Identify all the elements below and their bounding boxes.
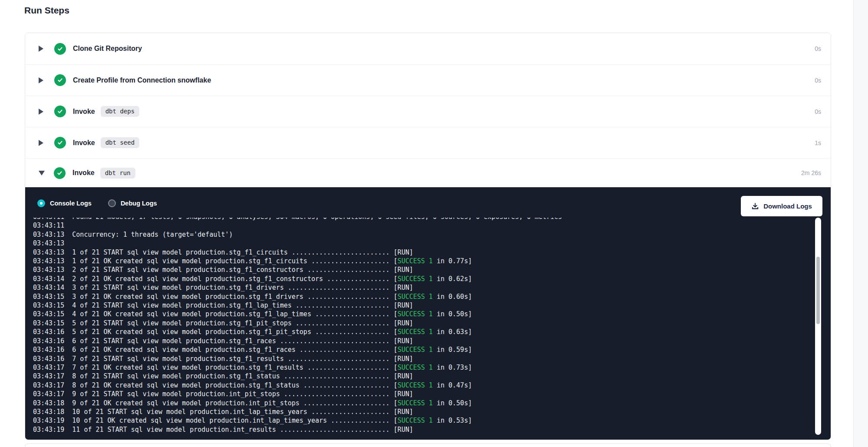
log-line: 03:43:13 1 of 21 START sql view model pr…: [33, 248, 811, 257]
chevron-right-icon[interactable]: [39, 77, 43, 83]
step-duration: 2m 26s: [801, 169, 821, 176]
log-line: 03:43:18 9 of 21 OK created sql view mod…: [33, 399, 811, 407]
log-line: 03:43:15 5 of 21 START sql view model pr…: [33, 319, 811, 328]
step-duration: 1s: [815, 139, 821, 146]
step-label: Invoke: [73, 139, 95, 147]
step-duration: 0s: [815, 108, 821, 115]
page-title: Run Steps: [24, 5, 69, 16]
log-tab-label: Debug Logs: [121, 200, 157, 207]
log-tabs: Console Logs Debug Logs: [37, 199, 157, 207]
log-line: 03:43:19 11 of 21 START sql view model p…: [33, 425, 811, 434]
log-line: 03:43:18 10 of 21 START sql view model p…: [33, 407, 811, 416]
download-logs-button[interactable]: Download Logs: [741, 196, 822, 216]
command-badge: dbt deps: [101, 106, 139, 117]
step-row-clone-git-repository[interactable]: Clone Git Repository 0s: [25, 33, 831, 64]
log-line: 03:43:17 8 of 21 OK created sql view mod…: [33, 381, 811, 390]
success-check-icon: [54, 106, 66, 117]
log-line: 03:43:15 4 of 21 OK created sql view mod…: [33, 310, 811, 318]
download-icon: [751, 202, 759, 210]
log-line: 03:43:15 4 of 21 START sql view model pr…: [33, 301, 811, 310]
chevron-right-icon[interactable]: [39, 140, 43, 146]
log-tab[interactable]: Debug Logs: [108, 199, 157, 207]
log-tab-label: Console Logs: [50, 200, 92, 207]
run-steps-page: Run Steps Clone Git Repository 0s Create…: [0, 0, 868, 447]
chevron-right-icon[interactable]: [39, 46, 43, 52]
step-label: Clone Git Repository: [73, 45, 142, 53]
log-line: 03:43:13 1 of 21 OK created sql view mod…: [33, 257, 811, 265]
console-log[interactable]: 03:43:11 Found 21 models, 17 tests, 0 sn…: [33, 218, 811, 440]
log-line: 03:43:13 2 of 21 START sql view model pr…: [33, 265, 811, 274]
console-log-lines: 03:43:11 Found 21 models, 17 tests, 0 sn…: [33, 218, 811, 434]
log-line: 03:43:19 10 of 21 OK created sql view mo…: [33, 416, 811, 425]
chevron-down-icon[interactable]: [39, 171, 45, 175]
run-steps-card: Clone Git Repository 0s Create Profile f…: [25, 33, 831, 440]
log-line: 03:43:17 8 of 21 START sql view model pr…: [33, 372, 811, 381]
success-check-icon: [54, 167, 66, 179]
log-line: 03:43:11: [33, 221, 811, 230]
log-line: 03:43:17 7 of 21 OK created sql view mod…: [33, 363, 811, 372]
success-check-icon: [54, 137, 66, 149]
log-line: 03:43:16 7 of 21 START sql view model pr…: [33, 354, 811, 363]
step-duration: 0s: [815, 45, 821, 52]
step-label: Invoke: [72, 169, 95, 177]
log-line: 03:43:13: [33, 239, 811, 248]
step-row-invoke-dbt-deps[interactable]: Invoke dbt deps 0s: [25, 96, 831, 127]
log-line: 03:43:14 2 of 21 OK created sql view mod…: [33, 275, 811, 283]
success-check-icon: [54, 43, 66, 55]
page-background-strip: [853, 0, 868, 447]
chevron-right-icon[interactable]: [39, 109, 43, 115]
log-line: 03:43:17 9 of 21 START sql view model pr…: [33, 390, 811, 398]
log-tab[interactable]: Console Logs: [37, 199, 92, 207]
step-row-create-profile[interactable]: Create Profile from Connection snowflake…: [25, 64, 831, 96]
step-duration: 0s: [815, 77, 821, 84]
success-check-icon: [54, 74, 66, 86]
command-badge: dbt run: [100, 168, 135, 179]
log-line: 03:43:16 5 of 21 OK created sql view mod…: [33, 328, 811, 336]
next-step-card-edge: [25, 444, 831, 447]
log-line: 03:43:16 6 of 21 START sql view model pr…: [33, 337, 811, 345]
radio-selected-icon[interactable]: [37, 199, 45, 207]
log-line: 03:43:14 3 of 21 START sql view model pr…: [33, 283, 811, 292]
step-row-invoke-dbt-run[interactable]: Invoke dbt run 2m 26s: [25, 158, 831, 187]
log-line: 03:43:16 6 of 21 OK created sql view mod…: [33, 345, 811, 354]
download-logs-label: Download Logs: [763, 202, 812, 210]
radio-unselected-icon[interactable]: [108, 199, 116, 207]
log-scrollbar-track[interactable]: [815, 218, 821, 435]
log-line: 03:43:13 Concurrency: 1 threads (target=…: [33, 230, 811, 239]
step-label: Create Profile from Connection snowflake: [73, 76, 211, 84]
log-panel: Console Logs Debug Logs Download Logs 03…: [25, 187, 831, 440]
log-line: 03:43:11 Found 21 models, 17 tests, 0 sn…: [33, 218, 811, 221]
command-badge: dbt seed: [101, 137, 139, 148]
log-scrollbar-thumb[interactable]: [816, 257, 820, 324]
step-label: Invoke: [73, 108, 95, 116]
log-line: 03:43:15 3 of 21 OK created sql view mod…: [33, 292, 811, 301]
step-row-invoke-dbt-seed[interactable]: Invoke dbt seed 1s: [25, 127, 831, 158]
